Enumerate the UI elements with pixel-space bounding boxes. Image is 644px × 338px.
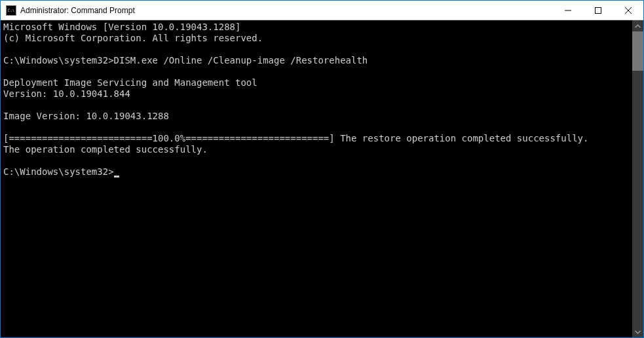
close-button[interactable] (613, 1, 643, 20)
maximize-button[interactable] (583, 1, 613, 20)
scroll-down-button[interactable] (632, 326, 643, 337)
chevron-down-icon (635, 330, 641, 334)
cmd-icon (6, 5, 16, 16)
console-output[interactable]: Microsoft Windows [Version 10.0.19043.12… (1, 20, 632, 337)
close-icon (625, 7, 632, 14)
titlebar[interactable]: Administrator: Command Prompt (1, 1, 643, 20)
maximize-icon (595, 7, 601, 14)
window-controls (553, 1, 643, 20)
scroll-track[interactable] (632, 31, 643, 326)
chevron-up-icon (635, 24, 641, 28)
scroll-up-button[interactable] (632, 20, 643, 31)
svg-rect-1 (596, 7, 601, 13)
console-area: Microsoft Windows [Version 10.0.19043.12… (1, 20, 643, 337)
text-cursor (114, 176, 119, 178)
scroll-thumb[interactable] (632, 31, 643, 71)
window-title: Administrator: Command Prompt (20, 6, 553, 15)
vertical-scrollbar[interactable] (632, 20, 643, 337)
command-prompt-window: Administrator: Command Prompt Microsoft … (1, 1, 643, 337)
minimize-icon (565, 7, 571, 14)
minimize-button[interactable] (553, 1, 583, 20)
